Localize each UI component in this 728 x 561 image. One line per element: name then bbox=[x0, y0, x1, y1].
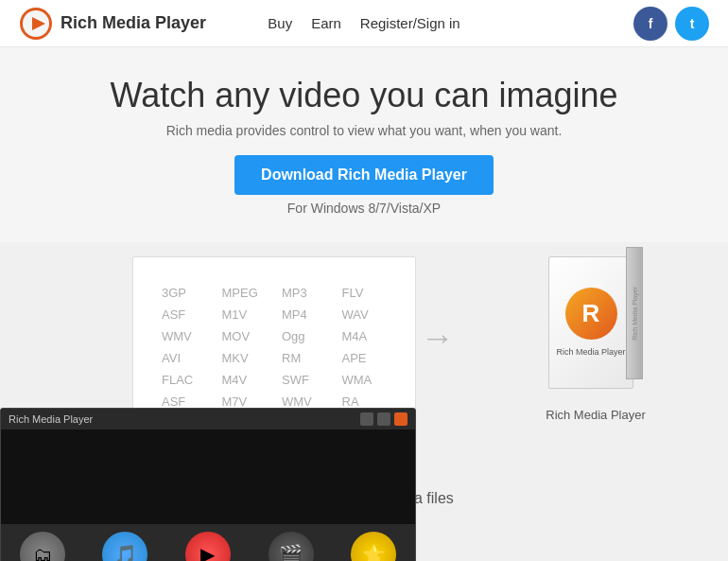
logo-text: Rich Media Player bbox=[61, 13, 206, 33]
box-front: R Rich Media Player bbox=[548, 256, 633, 389]
format-item: 3GP bbox=[162, 286, 207, 300]
box-logo-letter: R bbox=[582, 299, 600, 328]
player-icon-online[interactable]: ▶ ONLINE VIDEOS bbox=[176, 532, 240, 561]
nav-buy[interactable]: Buy bbox=[268, 15, 292, 31]
format-item: M7V bbox=[222, 394, 268, 409]
format-grid: 3GP MPEG MP3 FLV ASF M1V MP4 WAV WMV MOV… bbox=[162, 286, 387, 409]
player-minimize-btn[interactable] bbox=[360, 412, 373, 426]
nav-register[interactable]: Register/Sign in bbox=[360, 15, 460, 31]
format-item: WMA bbox=[342, 373, 388, 387]
format-item: FLAC bbox=[162, 373, 207, 387]
player-close-btn[interactable] bbox=[394, 412, 407, 426]
main-content: 3GP MPEG MP3 FLV ASF M1V MP4 WAV WMV MOV… bbox=[0, 242, 728, 561]
movies-icon: 🎬 bbox=[269, 532, 314, 561]
player-icon-music[interactable]: 🎵 MUSIC bbox=[94, 532, 158, 561]
player-icon-row: 🗂 LOCAL FILES 🎵 MUSIC ▶ ONLINE VIDEOS 🎬 … bbox=[1, 524, 415, 561]
format-item: AVI bbox=[162, 351, 207, 365]
format-item: FLV bbox=[342, 286, 388, 300]
logo-area: Rich Media Player bbox=[19, 7, 206, 41]
format-item: WMV bbox=[282, 394, 327, 409]
format-item: M4A bbox=[342, 329, 388, 343]
format-item: MP3 bbox=[282, 286, 327, 300]
format-item: WAV bbox=[342, 307, 388, 322]
format-item: MOV bbox=[222, 329, 268, 343]
download-button[interactable]: Download Rich Media Player bbox=[234, 155, 494, 195]
format-item: M1V bbox=[222, 307, 268, 322]
format-item: M4V bbox=[222, 373, 268, 387]
product-box: R Rich Media Player Rich Media Player Ri… bbox=[539, 247, 652, 422]
box-title: Rich Media Player bbox=[556, 347, 625, 359]
header: Rich Media Player Buy Earn Register/Sign… bbox=[0, 0, 728, 47]
hero-section: Watch any video you can imagine Rich med… bbox=[0, 47, 728, 242]
product-label: Rich Media Player bbox=[539, 408, 652, 422]
format-item: RA bbox=[342, 394, 388, 409]
media-player-overlay: Rich Media Player 🗂 LOCAL FILES 🎵 MUSIC … bbox=[0, 408, 416, 561]
format-item: MKV bbox=[222, 351, 268, 365]
arrow-icon: → bbox=[421, 318, 455, 358]
format-item: Ogg bbox=[282, 329, 327, 343]
hero-subtext: Rich media provides control to view what… bbox=[19, 123, 709, 138]
box-side-text: Rich Media Player bbox=[632, 287, 638, 341]
local-files-icon: 🗂 bbox=[20, 532, 65, 561]
format-item: MPEG bbox=[222, 286, 268, 300]
format-item: RM bbox=[282, 351, 327, 365]
player-icon-shows[interactable]: ⭐ SHOWS bbox=[341, 532, 406, 561]
format-item: ASF bbox=[162, 307, 207, 322]
twitter-button[interactable]: t bbox=[675, 7, 709, 41]
format-item: ASF bbox=[162, 394, 207, 409]
player-title-text: Rich Media Player bbox=[9, 413, 93, 425]
format-item: APE bbox=[342, 351, 388, 365]
online-videos-icon: ▶ bbox=[185, 532, 231, 561]
social-icons: f t bbox=[633, 7, 709, 41]
shows-icon: ⭐ bbox=[351, 532, 396, 561]
main-nav: Buy Earn Register/Sign in bbox=[268, 15, 459, 31]
hero-headline: Watch any video you can imagine bbox=[19, 76, 709, 115]
product-box-3d: R Rich Media Player Rich Media Player bbox=[548, 247, 643, 398]
format-item: WMV bbox=[162, 329, 207, 343]
player-window-controls bbox=[360, 412, 407, 426]
facebook-button[interactable]: f bbox=[633, 7, 667, 41]
player-icon-local[interactable]: 🗂 LOCAL FILES bbox=[10, 532, 75, 561]
app-logo-icon bbox=[19, 7, 53, 41]
player-title-bar: Rich Media Player bbox=[1, 409, 415, 430]
format-item: SWF bbox=[282, 373, 327, 387]
player-icon-movies[interactable]: 🎬 MOVIES bbox=[259, 532, 323, 561]
box-logo: R bbox=[565, 288, 617, 340]
player-body bbox=[1, 430, 415, 524]
box-side: Rich Media Player bbox=[626, 247, 643, 379]
format-item: MP4 bbox=[282, 307, 327, 322]
music-icon: 🎵 bbox=[102, 532, 147, 561]
player-maximize-btn[interactable] bbox=[377, 412, 390, 426]
platform-text: For Windows 8/7/Vista/XP bbox=[19, 201, 709, 216]
nav-earn[interactable]: Earn bbox=[311, 15, 341, 31]
